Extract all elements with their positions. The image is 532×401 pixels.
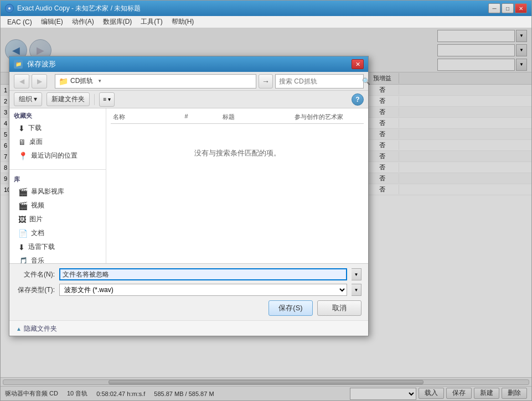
sidebar-music-label: 音乐 [31, 256, 44, 263]
maximize-button[interactable]: □ [502, 3, 514, 13]
filetype-label: 保存类型(T): [16, 285, 55, 295]
filetype-select[interactable]: 波形文件 (*.wav) [59, 284, 347, 296]
dialog-close-button[interactable]: ✕ [352, 59, 364, 69]
nav-path-box: 📁 CD抓轨 ▼ [55, 74, 256, 88]
title-buttons: ─ □ ✕ [488, 3, 527, 13]
menu-database[interactable]: 数据库(D) [99, 16, 137, 28]
sidebar-item-pictures[interactable]: 🖼 图片 [9, 212, 106, 226]
search-icon: 🔍 [362, 77, 370, 85]
help-button[interactable]: ? [352, 93, 364, 106]
organize-button[interactable]: 组织 ▾ [14, 92, 42, 106]
dialog-nav: ◀ ▶ 📁 CD抓轨 ▼ → 🔍 [9, 72, 368, 91]
dialog-body: 收藏夹 ⬇ 下载 🖥 桌面 📍 最近访问的位置 [9, 108, 368, 263]
recent-icon: 📍 [18, 152, 28, 160]
dialog-actions: 保存(S) 取消 [16, 300, 361, 316]
sidebar-divider [9, 169, 106, 170]
main-window: ● Exact Audio Copy - 未知艺术家 / 未知标题 ─ □ ✕ … [0, 0, 532, 401]
nav-path-text: CD抓轨 [70, 76, 93, 86]
dialog-save-button[interactable]: 保存(S) [268, 300, 313, 316]
menu-eac[interactable]: EAC (C) [3, 17, 37, 27]
library-header: 库 [9, 172, 106, 185]
desktop-icon: 🖥 [18, 138, 26, 147]
sidebar-documents-label: 文档 [31, 228, 44, 238]
filename-input[interactable] [59, 268, 347, 280]
sidebar-item-desktop-label: 桌面 [29, 137, 43, 147]
dialog-title-bar: 📁 保存波形 ✕ [9, 56, 368, 72]
close-button[interactable]: ✕ [515, 3, 527, 13]
window-title: Exact Audio Copy - 未知艺术家 / 未知标题 [17, 4, 488, 13]
empty-message: 没有与搜索条件匹配的项。 [111, 126, 364, 180]
menu-action[interactable]: 动作(A) [68, 16, 99, 28]
new-folder-button[interactable]: 新建文件夹 [47, 92, 90, 106]
filename-dropdown[interactable]: ▼ [352, 268, 361, 280]
sidebar-item-video[interactable]: 🎬 视频 [9, 199, 106, 212]
filetype-row: 保存类型(T): 波形文件 (*.wav) ▼ [16, 284, 361, 296]
content-column-headers: 名称 # 标题 参与创作的艺术家 [111, 113, 364, 124]
sidebar-item-recent-label: 最近访问的位置 [31, 151, 78, 160]
sidebar-videolibrary-label: 暴风影视库 [31, 187, 64, 196]
menu-edit[interactable]: 编辑(E) [37, 16, 68, 28]
sidebar-video-label: 视频 [31, 201, 44, 210]
col-h-title: 标题 [220, 113, 292, 121]
dialog-content: 名称 # 标题 参与创作的艺术家 没有与搜索条件匹配的项。 [106, 108, 368, 263]
menu-bar: EAC (C) 编辑(E) 动作(A) 数据库(D) 工具(T) 帮助(H) [1, 16, 531, 28]
dialog-title: 保存波形 [27, 59, 352, 69]
nav-path-dropdown[interactable]: ▼ [97, 79, 102, 84]
hide-folder-toggle[interactable]: ▲ 隐藏文件夹 [9, 320, 368, 336]
sidebar-item-recent[interactable]: 📍 最近访问的位置 [9, 149, 106, 163]
col-h-name: 名称 [111, 113, 182, 121]
organize-label: 组织 ▾ [19, 95, 37, 104]
new-folder-label: 新建文件夹 [51, 95, 85, 104]
dialog-bottom: 文件名(N): ▼ 保存类型(T): 波形文件 (*.wav) ▼ 保存(S) … [9, 263, 368, 320]
videolibrary-icon: 🎬 [18, 188, 28, 196]
col-h-num: # [182, 113, 220, 121]
dialog-overlay: 📁 保存波形 ✕ ◀ ▶ 📁 CD抓轨 ▼ → [1, 28, 531, 400]
download-icon: ⬇ [18, 124, 25, 133]
dialog-back-button[interactable]: ◀ [14, 74, 29, 88]
filename-row: 文件名(N): ▼ [16, 268, 361, 280]
sidebar-item-documents[interactable]: 📄 文档 [9, 226, 106, 240]
toolbar-separator [94, 94, 95, 105]
sidebar-item-download[interactable]: ⬇ 下载 [9, 121, 106, 135]
filetype-dropdown-extra[interactable]: ▼ [352, 284, 361, 296]
menu-tools[interactable]: 工具(T) [136, 16, 167, 28]
favorites-header: 收藏夹 [9, 108, 106, 121]
music-icon: 🎵 [18, 257, 28, 264]
filename-label: 文件名(N): [16, 270, 55, 279]
dialog-icon: 📁 [14, 60, 23, 69]
folder-icon: 📁 [59, 77, 68, 86]
app-icon: ● [5, 4, 14, 13]
save-dialog: 📁 保存波形 ✕ ◀ ▶ 📁 CD抓轨 ▼ → [9, 56, 369, 336]
menu-help[interactable]: 帮助(H) [167, 16, 199, 28]
main-content: ◀ ▶ ▼ ▼ ▼ [1, 28, 531, 400]
search-box: 🔍 [275, 74, 364, 88]
title-bar: ● Exact Audio Copy - 未知艺术家 / 未知标题 ─ □ ✕ [1, 1, 531, 16]
minimize-button[interactable]: ─ [488, 3, 500, 13]
col-h-artist: 参与创作的艺术家 [292, 113, 364, 121]
sidebar-item-thunder[interactable]: ⬇ 迅雷下载 [9, 240, 106, 254]
dialog-toolbar: 组织 ▾ 新建文件夹 ≡ ▾ ? [9, 91, 368, 108]
sidebar-item-download-label: 下载 [28, 123, 42, 133]
sidebar-pictures-label: 图片 [29, 215, 43, 224]
sidebar-item-music[interactable]: 🎵 音乐 [9, 254, 106, 263]
video-icon: 🎬 [18, 201, 28, 210]
documents-icon: 📄 [18, 229, 28, 238]
sidebar-separator-1 [9, 163, 106, 167]
sidebar-item-videolibrary[interactable]: 🎬 暴风影视库 [9, 185, 106, 199]
dialog-forward-button[interactable]: ▶ [32, 74, 47, 88]
view-button[interactable]: ≡ ▾ [99, 92, 115, 107]
dialog-cancel-button[interactable]: 取消 [317, 300, 361, 316]
sidebar-item-desktop[interactable]: 🖥 桌面 [9, 135, 106, 149]
sidebar-thunder-label: 迅雷下载 [28, 242, 55, 252]
hide-folder-icon: ▲ [16, 326, 22, 332]
nav-right-arrow[interactable]: → [259, 74, 273, 88]
dialog-sidebar: 收藏夹 ⬇ 下载 🖥 桌面 📍 最近访问的位置 [9, 108, 106, 263]
thunder-icon: ⬇ [18, 243, 25, 252]
pictures-icon: 🖼 [18, 215, 26, 224]
hide-folder-label: 隐藏文件夹 [24, 324, 57, 334]
search-input[interactable] [279, 77, 362, 85]
